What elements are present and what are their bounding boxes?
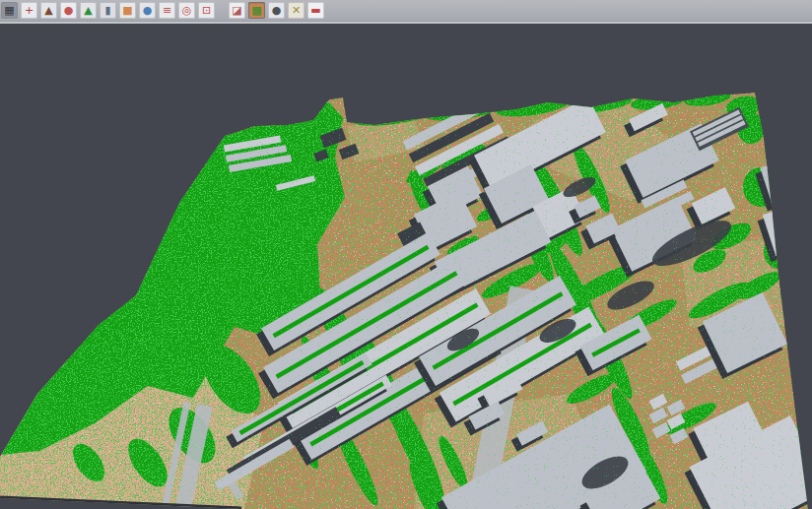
grid-view-icon-glyph: ▦ <box>4 5 14 16</box>
clip-region-icon[interactable]: ◪ <box>229 2 245 19</box>
flag-label-icon[interactable]: ▬ <box>307 2 324 19</box>
speckle-green-top <box>0 24 812 509</box>
toolbar: ▦+▲●▲▮■●≡◎⊡◪▩●✕▬ <box>0 0 812 22</box>
grid-view-icon[interactable]: ▦ <box>1 2 18 19</box>
globe-3d-icon-glyph: ● <box>143 5 153 16</box>
pan-image-icon-glyph: + <box>25 5 34 16</box>
ortho-image-icon[interactable]: ■ <box>119 2 136 19</box>
flag-label-icon-glyph: ▬ <box>310 5 320 16</box>
sphere-render-icon[interactable]: ● <box>268 2 285 19</box>
measure-cross-icon-glyph: ✕ <box>292 5 301 16</box>
application-window: ▦+▲●▲▮■●≡◎⊡◪▩●✕▬ <box>0 0 812 509</box>
target-icon-glyph: ◎ <box>182 5 192 16</box>
point-marker-icon[interactable]: ● <box>60 2 77 19</box>
measure-cross-icon[interactable]: ✕ <box>288 2 304 19</box>
viewport-svg[interactable] <box>0 24 812 509</box>
classified-map-icon[interactable]: ▩ <box>248 2 265 19</box>
classified-map-icon-glyph: ▩ <box>251 5 261 16</box>
target-icon[interactable]: ◎ <box>178 2 195 19</box>
terrain-shade-icon-glyph: ▲ <box>44 5 52 16</box>
class-list-icon[interactable]: ≡ <box>159 2 175 19</box>
terrain-vegetation-icon[interactable]: ▲ <box>80 2 97 19</box>
zoom-extents-icon[interactable]: ⊡ <box>198 2 215 19</box>
side-panel-icon[interactable]: ▮ <box>100 2 116 19</box>
terrain-shade-icon[interactable]: ▲ <box>40 2 57 19</box>
ortho-image-icon-glyph: ■ <box>122 5 132 16</box>
terrain-mesh <box>0 24 812 509</box>
point-marker-icon-glyph: ● <box>64 5 74 16</box>
side-panel-icon-glyph: ▮ <box>104 5 110 16</box>
sphere-render-icon-glyph: ● <box>272 5 282 16</box>
terrain-vegetation-icon-glyph: ▲ <box>84 5 92 16</box>
globe-3d-icon[interactable]: ● <box>139 2 156 19</box>
pan-image-icon[interactable]: + <box>21 2 37 19</box>
class-list-icon-glyph: ≡ <box>163 5 171 16</box>
viewport-3d[interactable] <box>0 24 812 509</box>
clip-region-icon-glyph: ◪ <box>232 5 241 16</box>
zoom-extents-icon-glyph: ⊡ <box>202 5 211 16</box>
